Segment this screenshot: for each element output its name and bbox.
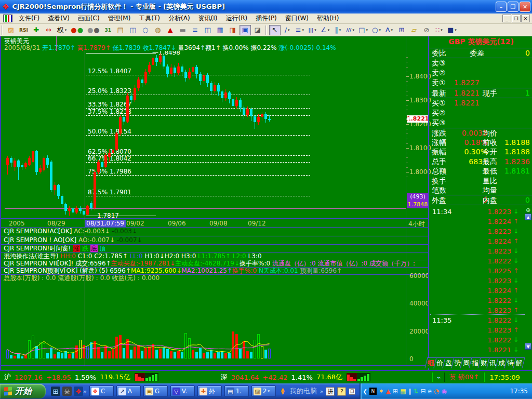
candle <box>86 206 89 215</box>
alarm-bell-button[interactable]: ▲ <box>165 25 176 35</box>
text-segment: -0.007↓ <box>117 236 142 244</box>
globe-button[interactable]: ◍ <box>152 25 164 35</box>
launcher-diamond-icon[interactable]: ❖ <box>74 387 83 396</box>
dropdown-icon: ▾ <box>288 28 290 32</box>
rights-button[interactable]: 权▾ <box>56 25 69 35</box>
launcher-blue-icon[interactable]: ⊞ <box>51 387 60 396</box>
candle <box>75 208 78 212</box>
menu-资讯(I)[interactable]: 资讯(I) <box>194 13 222 24</box>
ellipse-tool-button[interactable]: ○▾ <box>370 25 382 35</box>
task-a-button[interactable]: ↗A <box>116 385 141 397</box>
color-tool-button[interactable]: ∷▾ <box>433 25 445 35</box>
scroll-down-icon[interactable]: ▼ <box>525 343 531 350</box>
vline-tool-button[interactable]: |||▾ <box>307 25 318 35</box>
minimize-button[interactable]: – <box>496 2 507 12</box>
mdi-restore-button[interactable]: ❐ <box>512 15 521 22</box>
rect-tool-button[interactable]: □▾ <box>357 25 369 35</box>
restore-button[interactable]: ❐ <box>508 2 518 12</box>
mdi-close-button[interactable]: ✕ <box>521 15 530 22</box>
swap-arrow-button[interactable]: ↔ <box>43 25 55 35</box>
tick-up-icon: ↑ <box>513 236 518 246</box>
candle-window-button[interactable]: ◨ <box>227 25 238 35</box>
text-segment: MA2:10021.25↑ <box>181 267 232 274</box>
tray-grid-icon[interactable]: ▦ <box>400 388 406 395</box>
menu-插件(P)[interactable]: 插件(P) <box>251 13 281 24</box>
lock-tool-button[interactable]: ⊘ <box>421 25 432 35</box>
text-tool-button[interactable]: A▾ <box>383 25 395 35</box>
channel-tool-button[interactable]: ∥▾ <box>332 25 343 35</box>
open-folder-button[interactable]: ▨ <box>5 25 17 35</box>
toolbar-overflow-icon[interactable]: » <box>320 388 324 395</box>
save-tool-button[interactable]: ■▾ <box>446 25 458 35</box>
copy-tool-button[interactable]: ⊞ <box>396 25 407 35</box>
row-windows-button[interactable]: ≡ <box>190 25 201 35</box>
calendar-31-button[interactable]: 31 <box>102 25 114 35</box>
menu-查看(V)[interactable]: 查看(V) <box>44 13 74 24</box>
chart-window-button[interactable]: ▦ <box>215 25 226 35</box>
tab-解[interactable]: 解 <box>513 357 525 368</box>
ellipse-tool-icon: ○ <box>372 26 378 34</box>
tick-scrollbar[interactable]: ⊕ ▲ ▼ <box>525 207 532 351</box>
lights-red-green-button[interactable]: ●● <box>69 25 85 35</box>
target-icon[interactable]: ⊕ <box>525 207 531 214</box>
tray-game-icon[interactable]: ◉ <box>441 388 446 395</box>
menu-管理(M)[interactable]: 管理(M) <box>104 13 135 24</box>
close-button[interactable]: ✕ <box>520 2 530 12</box>
menu-画面(C)[interactable]: 画面(C) <box>74 13 104 24</box>
lights-gray-button[interactable]: ●● <box>86 25 101 35</box>
ime-window-icon[interactable]: ❐ <box>349 388 355 395</box>
spark-green-half <box>357 373 370 381</box>
hatch-tool-button[interactable]: ///▾ <box>344 25 356 35</box>
task-2-button[interactable]: ▨2▾ <box>251 385 276 397</box>
open-book-button[interactable]: ◫ <box>127 25 139 35</box>
tray-scale-icon[interactable]: ∥ <box>408 388 411 395</box>
move-cross-button[interactable]: ✚ <box>31 25 42 35</box>
quick-launch-overflow-icon[interactable]: » <box>83 388 87 395</box>
fan-tool-button[interactable]: ∠▾ <box>319 25 331 35</box>
tray-tower-icon[interactable]: ▲ <box>386 388 391 395</box>
tray-ie-icon[interactable]: e <box>428 388 432 395</box>
menu-工具(T)[interactable]: 工具(T) <box>135 13 164 24</box>
books-button[interactable]: ▤ <box>115 25 126 35</box>
tile-window-button[interactable]: ▣ <box>240 25 251 35</box>
scroll-up-icon[interactable]: ▲ <box>525 214 531 220</box>
eraser-tool-button[interactable]: ▱ <box>408 25 420 35</box>
menu-帮助(H)[interactable]: 帮助(H) <box>313 13 343 24</box>
menu-运行(R)[interactable]: 运行(R) <box>222 13 252 24</box>
mdi-minimize-button[interactable]: _ <box>502 15 511 22</box>
menu-窗口(W)[interactable]: 窗口(W) <box>281 13 313 24</box>
tray-pc-icon[interactable]: ⊟ <box>421 388 426 395</box>
trendline-tool-button[interactable]: /▾ <box>282 25 293 35</box>
tray-net-icon[interactable]: ⊞ <box>393 388 398 395</box>
tick-row: 1.8223↓ <box>429 276 526 286</box>
launcher-skull-icon[interactable]: ☠ <box>62 387 72 396</box>
menu-文件(F)[interactable]: 文件(F) <box>15 13 44 24</box>
plug-button[interactable]: ▬ <box>177 25 189 35</box>
hline-tool-button[interactable]: ≡▾ <box>294 25 305 35</box>
task-1-button[interactable]: ▤1. <box>224 385 249 397</box>
task-g-button[interactable]: ▣G <box>143 385 168 397</box>
screen-button[interactable]: ◪ <box>252 25 263 35</box>
ime-icon[interactable]: 拼 <box>326 387 335 396</box>
column-windows-button[interactable]: ◫ <box>202 25 214 35</box>
task-v-button[interactable]: ▽V. <box>170 385 195 397</box>
tray-na-icon[interactable]: N <box>369 388 377 395</box>
pointer-tool-button[interactable]: ↖ <box>269 25 281 35</box>
candle <box>130 96 132 100</box>
my-computer-toolbar[interactable]: 我的电脑 <box>290 387 317 396</box>
tray-collapse-icon[interactable]: ❮ <box>363 389 367 394</box>
tray-star-icon[interactable]: ✶ <box>379 388 384 395</box>
ime-help-icon[interactable]: ? <box>337 387 346 396</box>
task-wai-button[interactable]: ✚外 <box>197 385 222 397</box>
task-c-button[interactable]: ❖C <box>89 385 114 397</box>
tray-updown-icon[interactable]: ⇅ <box>413 388 418 395</box>
buy-label: 买② <box>432 108 446 118</box>
taskbar-scroll-icons[interactable]: ▲▼ <box>281 388 285 395</box>
stat-label2: 均价 <box>483 128 497 138</box>
menu-分析(A)[interactable]: 分析(A) <box>164 13 194 24</box>
rsi-button[interactable]: RSI <box>18 25 30 35</box>
candle <box>195 67 198 74</box>
tray-pie-icon[interactable]: ◔ <box>434 388 439 395</box>
search-button[interactable]: ○ <box>140 25 151 35</box>
start-button[interactable]: 开始 <box>0 384 46 398</box>
